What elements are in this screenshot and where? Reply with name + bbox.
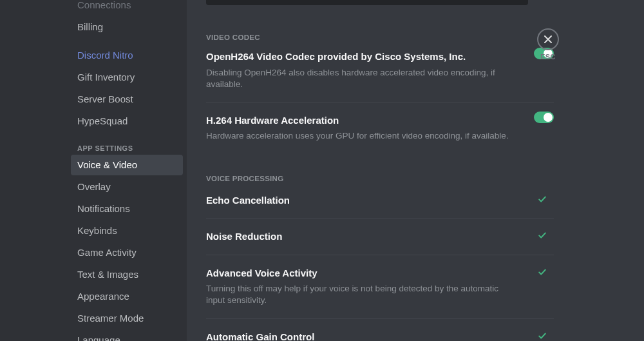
close-settings: ESC	[537, 28, 559, 61]
setting-title: OpenH264 Video Codec provided by Cisco S…	[206, 50, 554, 63]
sidebar-header-app-settings: APP SETTINGS	[71, 133, 183, 155]
setting-title: Automatic Gain Control	[206, 331, 554, 341]
section-header-voice-processing: VOICE PROCESSING	[206, 175, 554, 182]
sidebar-item-streamer-mode[interactable]: Streamer Mode	[71, 308, 183, 329]
setting-desc: Hardware acceleration uses your GPU for …	[206, 130, 515, 142]
checkbox-noise-reduction[interactable]	[537, 230, 547, 240]
sidebar-item-voice-video[interactable]: Voice & Video	[71, 155, 183, 175]
sidebar-item-text-images[interactable]: Text & Images	[71, 264, 183, 285]
settings-content: VIDEO CODEC OpenH264 Video Codec provide…	[187, 0, 644, 341]
setting-echo-cancellation: Echo Cancellation	[206, 188, 554, 219]
checkbox-automatic-gain-control[interactable]	[537, 331, 547, 341]
checkbox-advanced-voice-activity[interactable]	[537, 267, 547, 277]
sidebar-item-discord-nitro[interactable]: Discord Nitro	[71, 45, 183, 66]
checkbox-echo-cancellation[interactable]	[537, 194, 547, 204]
sidebar-item-connections[interactable]: Connections	[71, 0, 183, 15]
close-button[interactable]	[537, 28, 559, 50]
sidebar-item-server-boost[interactable]: Server Boost	[71, 89, 183, 110]
sidebar-item-notifications[interactable]: Notifications	[71, 199, 183, 219]
sidebar-item-appearance[interactable]: Appearance	[71, 286, 183, 307]
sidebar-item-hypesquad[interactable]: HypeSquad	[71, 111, 183, 132]
setting-noise-reduction: Noise Reduction	[206, 219, 554, 255]
sidebar-item-language[interactable]: Language	[71, 330, 183, 341]
setting-advanced-voice-activity: Advanced Voice Activity Turning this off…	[206, 255, 554, 318]
section-header-video-codec: VIDEO CODEC	[206, 34, 554, 41]
setting-hwaccel: H.264 Hardware Acceleration Hardware acc…	[206, 102, 554, 154]
esc-label: ESC	[537, 53, 559, 61]
sidebar-item-gift-inventory[interactable]: Gift Inventory	[71, 67, 183, 88]
cutoff-element	[206, 0, 528, 5]
settings-sidebar: Connections Billing Discord Nitro Gift I…	[0, 0, 187, 341]
sidebar-item-billing[interactable]: Billing	[71, 17, 183, 37]
setting-desc: Turning this off may help if your voice …	[206, 283, 515, 306]
setting-title: Advanced Voice Activity	[206, 267, 554, 280]
setting-title: Noise Reduction	[206, 230, 554, 243]
setting-title: Echo Cancellation	[206, 194, 554, 207]
sidebar-item-game-activity[interactable]: Game Activity	[71, 242, 183, 263]
sidebar-item-overlay[interactable]: Overlay	[71, 177, 183, 197]
setting-openh264: OpenH264 Video Codec provided by Cisco S…	[206, 46, 554, 102]
sidebar-item-keybinds[interactable]: Keybinds	[71, 220, 183, 241]
setting-desc: Disabling OpenH264 also disables hardwar…	[206, 67, 515, 90]
setting-title: H.264 Hardware Acceleration	[206, 114, 554, 127]
toggle-hwaccel[interactable]	[534, 112, 554, 123]
setting-automatic-gain-control: Automatic Gain Control	[206, 319, 554, 341]
